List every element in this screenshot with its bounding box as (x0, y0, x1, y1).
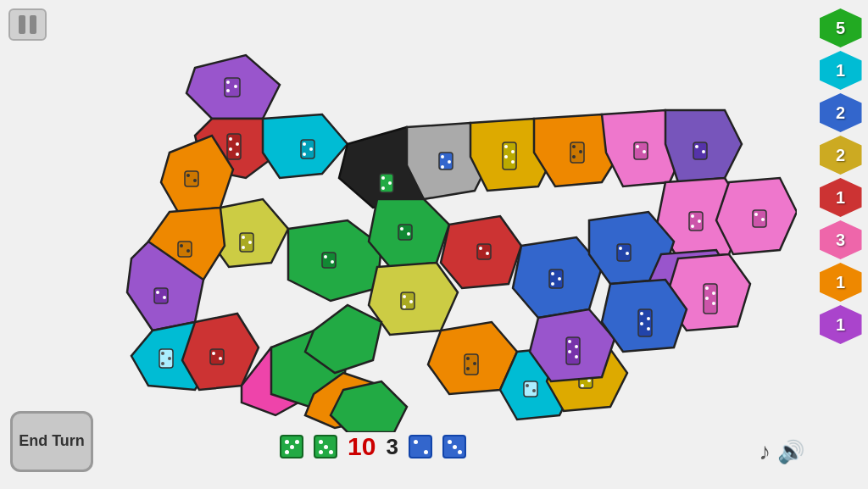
svg-point-100 (526, 384, 529, 387)
svg-point-134 (712, 292, 715, 295)
sound-controls[interactable]: ♪ 🔊 (759, 438, 804, 465)
svg-point-59 (448, 160, 451, 164)
green-score: 10 (348, 432, 376, 461)
svg-point-31 (156, 291, 159, 294)
blue-dice-1 (409, 435, 432, 458)
svg-point-91 (409, 300, 413, 303)
svg-point-53 (381, 176, 385, 180)
svg-point-82 (400, 227, 403, 231)
end-turn-label: End Turn (19, 432, 85, 451)
svg-point-140 (647, 317, 650, 320)
svg-point-120 (691, 214, 694, 218)
player-score-8: 1 (820, 305, 862, 344)
player-score-7: 1 (820, 263, 862, 302)
svg-point-69 (572, 145, 576, 148)
svg-point-115 (575, 345, 578, 348)
svg-point-136 (712, 302, 715, 305)
player-score-6: 3 (820, 220, 862, 259)
svg-point-55 (381, 186, 385, 190)
svg-point-78 (695, 145, 698, 148)
svg-point-8 (236, 142, 239, 146)
player-score-4: 2 (820, 136, 862, 175)
svg-point-126 (626, 252, 629, 255)
svg-rect-1 (225, 78, 240, 97)
svg-point-36 (168, 357, 171, 360)
svg-point-106 (581, 384, 584, 387)
svg-point-92 (403, 305, 406, 308)
svg-point-110 (558, 277, 561, 281)
svg-point-111 (551, 282, 554, 286)
svg-rect-26 (178, 242, 192, 257)
svg-point-63 (504, 145, 508, 148)
svg-point-86 (479, 247, 482, 250)
svg-point-9 (229, 147, 232, 151)
svg-point-121 (698, 219, 701, 223)
svg-point-41 (219, 357, 222, 360)
svg-rect-6 (227, 134, 241, 159)
svg-point-114 (568, 340, 571, 343)
svg-point-28 (186, 249, 190, 253)
svg-point-70 (579, 150, 582, 153)
sound-icon[interactable]: 🔊 (777, 439, 804, 465)
blue-dice-2 (442, 435, 466, 458)
svg-point-74 (636, 145, 639, 148)
svg-point-24 (242, 246, 245, 249)
svg-point-14 (309, 147, 313, 151)
green-dice-1 (280, 435, 303, 458)
svg-rect-48 (322, 253, 336, 268)
green-dice-2 (314, 435, 337, 458)
svg-point-83 (407, 232, 410, 236)
pause-button[interactable] (8, 8, 47, 41)
svg-point-71 (572, 155, 576, 158)
svg-point-135 (705, 297, 709, 300)
svg-point-117 (575, 355, 578, 358)
pause-bar-left (19, 15, 25, 34)
svg-point-109 (551, 272, 554, 275)
svg-point-4 (226, 89, 230, 92)
svg-point-3 (234, 85, 237, 88)
svg-point-125 (619, 247, 622, 250)
svg-point-2 (226, 81, 230, 84)
svg-point-145 (754, 213, 758, 216)
svg-point-23 (248, 241, 252, 244)
separator-count: 3 (386, 434, 398, 460)
svg-point-64 (511, 150, 515, 153)
svg-rect-17 (185, 171, 198, 186)
svg-point-7 (229, 137, 232, 141)
svg-rect-39 (210, 349, 224, 364)
player-score-sidebar: 5 1 2 2 1 3 1 1 (817, 8, 864, 344)
svg-point-133 (705, 286, 709, 290)
svg-point-19 (193, 179, 197, 182)
svg-rect-99 (524, 381, 537, 397)
svg-point-66 (511, 160, 515, 164)
svg-point-65 (504, 155, 508, 158)
svg-rect-85 (477, 244, 491, 259)
svg-point-96 (473, 362, 476, 365)
player-score-5: 1 (820, 178, 862, 217)
svg-point-37 (161, 362, 164, 365)
svg-point-10 (236, 153, 239, 156)
end-turn-button[interactable]: End Turn (10, 411, 93, 472)
status-bar: 10 3 (280, 421, 766, 472)
svg-point-141 (640, 322, 643, 325)
svg-point-50 (331, 260, 334, 264)
player-score-1: 5 (820, 8, 862, 47)
svg-rect-30 (154, 288, 168, 303)
svg-point-27 (180, 244, 183, 247)
svg-point-49 (324, 255, 327, 258)
pause-bar-right (30, 15, 36, 34)
svg-point-101 (532, 389, 536, 392)
svg-point-32 (163, 296, 166, 299)
svg-point-79 (702, 150, 705, 153)
svg-point-60 (441, 165, 444, 169)
music-note-icon[interactable]: ♪ (759, 438, 771, 465)
svg-point-15 (303, 153, 306, 156)
svg-point-142 (647, 327, 650, 331)
svg-point-75 (643, 150, 646, 153)
svg-point-22 (242, 236, 245, 239)
svg-point-95 (466, 357, 470, 360)
svg-point-90 (403, 295, 406, 298)
player-score-3: 2 (820, 93, 862, 132)
svg-point-146 (761, 218, 765, 221)
game-board (85, 42, 797, 432)
